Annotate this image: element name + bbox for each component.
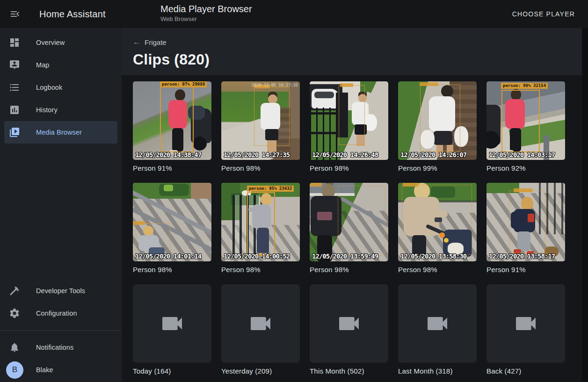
arrow-left-icon: ← [133,38,140,46]
detection-label-small [310,183,322,187]
sidebar-item-label: Logbook [36,84,62,91]
folder-tile[interactable] [133,284,211,363]
detection-bbox [501,90,540,152]
detection-bbox [420,84,460,151]
sidebar-divider [0,330,122,331]
clip-caption: Person 98% [310,266,388,274]
clip-timestamp: 12/05/2020 13:58:30 [400,252,466,260]
clip-card: 12/05/2020 14:26:48 Person 98% [310,81,388,172]
sidebar-item-label: Developer Tools [36,287,85,295]
scene-shape [310,132,339,134]
clip-thumbnail[interactable]: 12/05/2020 14:26:07 [398,81,477,160]
detection-label: person: 97% 29988 [160,81,207,87]
hammer-icon [9,285,20,296]
clip-card: 2020-12-05 16:27:35 12/05/2020 14:27:35 … [221,81,300,172]
clip-caption: Person 98% [133,266,211,274]
sidebar-item-profile[interactable]: B Blake [4,359,117,381]
clip-timestamp: 12/05/2020 14:00:52 [224,252,290,260]
clip-timestamp: 12/05/2020 14:03:17 [489,151,555,159]
menu-open-button[interactable] [4,3,26,25]
breadcrumb-label: Frigate [145,38,167,46]
detection-label-small [403,183,419,187]
sidebar: Overview Map Logbook History Media Brows… [0,28,122,382]
sidebar-item-notifications[interactable]: Notifications [4,336,117,359]
clip-thumbnail[interactable]: person: 96% 32154 12/05/2020 14:03:17 [486,81,565,160]
folder-tile[interactable] [221,284,300,363]
sidebar-item-map[interactable]: Map [4,54,117,76]
clip-thumbnail[interactable]: 12/05/2020 14:26:48 [310,81,388,160]
avatar: B [6,361,23,379]
folder-card-today: Today (164) [133,284,211,375]
clip-thumbnail[interactable]: person: 95% 23432 12/05/2020 14:00:52 [221,183,300,261]
clip-card: 12/05/2020 14:01:14 Person 98% [133,183,211,274]
clip-card: 12/05/2020 13:59:49 Person 98% [310,183,388,274]
menu-open-icon [9,8,21,20]
detection-label: person: 96% 32154 [501,83,548,89]
sidebar-item-label: Configuration [36,310,77,317]
clip-caption: Person 98% [221,164,300,172]
map-account-icon [9,59,20,71]
profile-name: Blake [36,366,53,374]
clips-grid: person: 97% 29988 12/05/2020 14:38:47 Pe… [122,75,588,381]
detection-label-small [133,221,145,225]
videocam-icon [513,310,539,337]
folder-caption: Today (164) [133,367,211,375]
clip-timestamp: 12/05/2020 14:27:35 [224,151,290,159]
videocam-icon [159,310,185,337]
scrollbar-track[interactable] [582,28,588,382]
scene-shape [191,183,211,199]
folder-tile[interactable] [398,284,477,363]
sidebar-item-overview[interactable]: Overview [4,31,117,54]
sidebar-item-history[interactable]: History [4,99,117,121]
content-header: ← Frigate Clips (820) [122,28,582,75]
clip-timestamp: 12/05/2020 14:01:14 [135,252,201,260]
page-heading: Clips (820) [133,51,571,68]
sidebar-item-logbook[interactable]: Logbook [4,76,117,99]
scene-shape [193,137,207,151]
clip-timestamp: 12/05/2020 14:38:47 [135,151,201,159]
sidebar-item-configuration[interactable]: Configuration [4,302,117,324]
sidebar-item-media-browser[interactable]: Media Browser [4,121,117,144]
detection-bbox [339,85,365,145]
clip-thumbnail[interactable]: person: 97% 29988 12/05/2020 14:38:47 [133,81,211,160]
clip-caption: Person 98% [310,164,388,172]
bell-icon [9,342,20,353]
videocam-icon [424,310,450,337]
scene-shape [310,112,339,115]
clip-thumbnail[interactable]: 12/05/2020 13:59:49 [310,183,388,261]
page-title-block: Media Player Browser Web Browser [160,4,252,22]
clip-card: person: 96% 32154 12/05/2020 14:03:17 Pe… [486,81,565,172]
folder-card-this-month: This Month (502) [310,284,388,375]
sidebar-item-developer-tools[interactable]: Developer Tools [4,280,117,302]
dashboard-icon [9,37,20,48]
choose-player-button[interactable]: CHOOSE PLAYER [508,7,579,22]
clip-caption: Person 98% [398,266,477,274]
videocam-icon [247,310,274,337]
detection-bbox [247,192,275,256]
folder-card-last-month: Last Month (318) [398,284,477,375]
folder-tile[interactable] [486,284,565,363]
camera-timestamp-overlay: 2020-12-05 16:27:35 [252,82,298,87]
clip-card: person: 97% 29988 12/05/2020 14:38:47 Pe… [133,81,211,172]
videocam-icon [336,310,362,337]
clip-thumbnail[interactable]: 12/05/2020 13:58:30 [398,183,477,261]
top-app-bar: Home Assistant Media Player Browser Web … [0,0,588,28]
clip-thumbnail[interactable]: 12/05/2020 13:58:17 [486,183,565,261]
detection-label: person: 95% 23432 [247,186,294,192]
clip-timestamp: 12/05/2020 13:58:17 [489,252,555,260]
clip-caption: Person 98% [221,266,300,274]
detection-label-small [340,83,353,87]
play-box-multiple-icon [9,127,20,138]
clip-thumbnail[interactable]: 2020-12-05 16:27:35 12/05/2020 14:27:35 [221,81,300,160]
app-title: Home Assistant [39,9,106,20]
home-assistant-app: Home Assistant Media Player Browser Web … [0,0,588,382]
sidebar-item-label: Map [36,61,50,69]
breadcrumb-back-frigate[interactable]: ← Frigate [133,38,167,46]
clip-caption: Person 91% [133,164,211,172]
folder-card-yesterday: Yesterday (209) [221,284,300,375]
clip-thumbnail[interactable]: 12/05/2020 14:01:14 [133,183,211,261]
page-title: Media Player Browser [160,4,252,14]
folder-tile[interactable] [310,284,388,363]
folder-caption: This Month (502) [310,367,388,375]
clip-caption: Person 99% [398,164,477,172]
